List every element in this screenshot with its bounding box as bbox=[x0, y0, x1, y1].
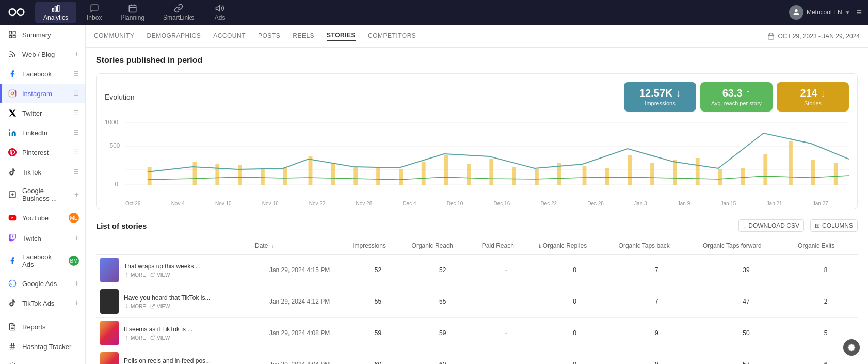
subnav-account[interactable]: ACCOUNT bbox=[213, 32, 246, 40]
columns-button[interactable]: ⊞ COLUMNS bbox=[810, 219, 858, 232]
col-story bbox=[96, 238, 251, 254]
user-profile[interactable]: Metricool EN ▼ bbox=[789, 5, 850, 20]
sidebar-item-summary[interactable]: Summary bbox=[0, 25, 85, 44]
svg-rect-19 bbox=[9, 132, 10, 136]
subnav-reels[interactable]: REELS bbox=[293, 32, 314, 40]
nav-analytics[interactable]: Analytics bbox=[35, 2, 76, 23]
list-icon-linkedin[interactable]: ☰ bbox=[73, 129, 79, 136]
col-organic-reach[interactable]: Organic Reach bbox=[408, 238, 478, 254]
sidebar-item-instagram[interactable]: Instagram ☰ bbox=[0, 84, 85, 103]
svg-rect-52 bbox=[283, 167, 287, 185]
svg-rect-73 bbox=[763, 154, 767, 185]
view-link[interactable]: VIEW bbox=[150, 304, 170, 309]
stories-table: Date ↓ Impressions Organic Reach Paid Re… bbox=[96, 238, 858, 364]
sidebar-item-twitch[interactable]: Twitch + bbox=[0, 228, 85, 248]
story-paid-reach-2: - bbox=[478, 286, 535, 318]
sidebar-label-tiktok-ads: TikTok Ads bbox=[22, 299, 69, 307]
sidebar-item-facebook[interactable]: Facebook ☰ bbox=[0, 64, 85, 84]
story-cell-4: Polls on reels and in-feed pos... MORE V… bbox=[96, 349, 251, 365]
sidebar-item-hashtag-tracker[interactable]: Hashtag Tracker bbox=[0, 337, 85, 356]
svg-rect-75 bbox=[811, 160, 815, 185]
list-icon-twitter[interactable]: ☰ bbox=[73, 109, 79, 117]
svg-text:1000: 1000 bbox=[105, 119, 118, 126]
story-thumbnail bbox=[100, 258, 119, 282]
view-link[interactable]: VIEW bbox=[150, 335, 170, 341]
facebook-icon bbox=[8, 69, 17, 78]
sidebar-item-tiktok[interactable]: TikTok ☰ bbox=[0, 162, 85, 182]
kpi-cards: 12.57K ↓ Impressions 63.3 ↑ Avg. reach p… bbox=[624, 82, 849, 112]
svg-point-86 bbox=[126, 338, 127, 338]
subnav-demographics[interactable]: DEMOGRAPHICS bbox=[147, 32, 201, 40]
settings-button[interactable] bbox=[843, 339, 860, 356]
sidebar-item-linkedin[interactable]: LinkedIn ☰ bbox=[0, 123, 85, 143]
sidebar-item-twitter[interactable]: Twitter ☰ bbox=[0, 103, 85, 123]
svg-rect-66 bbox=[605, 168, 609, 185]
nav-inbox[interactable]: Inbox bbox=[78, 2, 110, 23]
sidebar-item-google-business[interactable]: Google Business ... + bbox=[0, 182, 85, 208]
story-date-4: Jan 29, 2024 4:04 PM bbox=[251, 349, 348, 365]
add-icon-google[interactable]: + bbox=[74, 190, 79, 199]
col-impressions[interactable]: Impressions bbox=[348, 238, 407, 254]
story-organic-reach-4: 60 bbox=[408, 349, 478, 365]
add-icon[interactable]: + bbox=[74, 50, 79, 59]
sidebar-item-tiktok-ads[interactable]: TikTok Ads + bbox=[0, 293, 85, 313]
sidebar-item-reports[interactable]: Reports bbox=[0, 317, 85, 337]
nav-ads[interactable]: Ads bbox=[204, 2, 235, 23]
kpi-impressions-label: Impressions bbox=[632, 100, 688, 106]
subnav-posts[interactable]: POSTS bbox=[258, 32, 280, 40]
svg-line-88 bbox=[152, 336, 155, 338]
add-icon-tiktok-ads[interactable]: + bbox=[74, 298, 79, 308]
col-organic-taps-forward[interactable]: Organic Taps forward bbox=[699, 238, 794, 254]
nav-smartlinks[interactable]: SmartLinks bbox=[155, 2, 202, 23]
svg-point-17 bbox=[11, 92, 13, 94]
x-label-7: Dec 10 bbox=[447, 201, 463, 207]
date-range[interactable]: OCT 29, 2023 - JAN 29, 2024 bbox=[767, 33, 860, 40]
col-paid-reach[interactable]: Paid Reach bbox=[478, 238, 535, 254]
nav-planning[interactable]: Planning bbox=[112, 2, 153, 23]
more-link[interactable]: MORE bbox=[124, 272, 146, 278]
table-row: Polls on reels and in-feed pos... MORE V… bbox=[96, 349, 858, 365]
col-organic-exits[interactable]: Organic Exits bbox=[794, 238, 858, 254]
more-link[interactable]: MORE bbox=[124, 304, 146, 309]
sidebar-item-pinterest[interactable]: Pinterest ☰ bbox=[0, 143, 85, 162]
col-date[interactable]: Date ↓ bbox=[251, 238, 348, 254]
chart-svg: 1000 500 0 bbox=[105, 118, 849, 200]
story-thumbnail bbox=[100, 352, 119, 364]
download-icon: ↓ bbox=[743, 222, 746, 229]
pinterest-icon bbox=[8, 148, 17, 157]
list-icon-instagram[interactable]: ☰ bbox=[73, 90, 79, 97]
subnav-community[interactable]: COMMUNITY bbox=[94, 32, 135, 40]
sidebar-item-brand-settings[interactable]: Brand settings... bbox=[0, 356, 85, 364]
add-icon-google-ads[interactable]: + bbox=[74, 279, 79, 288]
subnav-competitors[interactable]: COMPETITORS bbox=[368, 32, 416, 40]
col-organic-replies[interactable]: ℹ Organic Replies bbox=[535, 238, 614, 254]
story-thumbnail bbox=[100, 321, 119, 345]
download-csv-button[interactable]: ↓ DOWNLOAD CSV bbox=[738, 219, 804, 232]
sidebar-item-web-blog[interactable]: Web / Blog + bbox=[0, 44, 85, 64]
story-actions: MORE VIEW bbox=[124, 272, 201, 278]
x-label-10: Dec 28 bbox=[587, 201, 604, 207]
x-label-9: Dec 22 bbox=[540, 201, 557, 207]
subnav-stories[interactable]: STORIES bbox=[327, 31, 356, 41]
sidebar-item-facebook-ads[interactable]: Facebook Ads BM bbox=[0, 248, 85, 274]
view-link[interactable]: VIEW bbox=[150, 272, 170, 278]
list-icon[interactable]: ☰ bbox=[73, 70, 79, 77]
logo[interactable] bbox=[6, 2, 27, 23]
hamburger-menu[interactable]: ≡ bbox=[856, 7, 862, 18]
add-icon-twitch[interactable]: + bbox=[74, 233, 79, 243]
kpi-avg-reach: 63.3 ↑ Avg. reach per story bbox=[700, 82, 773, 112]
svg-rect-70 bbox=[696, 158, 700, 185]
svg-rect-16 bbox=[9, 90, 15, 97]
x-label-12: Jan 9 bbox=[678, 201, 690, 207]
svg-text:G: G bbox=[10, 282, 13, 286]
col-organic-taps-back[interactable]: Organic Taps back bbox=[615, 238, 699, 254]
kpi-impressions-value: 12.57K ↓ bbox=[632, 87, 688, 99]
svg-point-10 bbox=[795, 9, 797, 12]
sidebar-item-youtube[interactable]: YouTube ME bbox=[0, 208, 85, 228]
more-link[interactable]: MORE bbox=[124, 335, 146, 341]
list-icon-tiktok[interactable]: ☰ bbox=[73, 168, 79, 176]
nav-smartlinks-label: SmartLinks bbox=[163, 14, 194, 21]
sidebar-item-google-ads[interactable]: G Google Ads + bbox=[0, 274, 85, 293]
list-icon-pinterest[interactable]: ☰ bbox=[73, 149, 79, 156]
x-label-5: Nov 28 bbox=[356, 201, 373, 207]
